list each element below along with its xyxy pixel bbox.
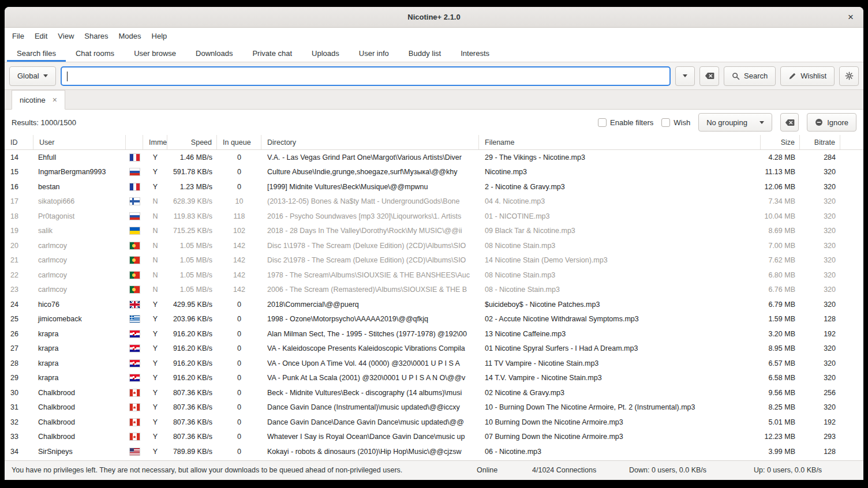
table-row[interactable]: 20 carlmcoy N 1.05 MB/s 142 Disc 1\1978 … — [5, 238, 863, 253]
table-row[interactable]: 14 Ehfull Y 1.46 MB/s 0 V.A. - Las Vegas… — [5, 150, 863, 165]
cell-size: 8.95 MB — [761, 341, 800, 356]
column-header-in-queue[interactable]: In queue — [217, 135, 261, 149]
app-window: Nicotine+ 2.1.0 × File Edit View Shares … — [5, 7, 863, 480]
cell-country — [126, 194, 143, 209]
tab-chat-rooms[interactable]: Chat rooms — [66, 45, 124, 62]
enable-filters-checkbox[interactable] — [598, 118, 607, 127]
clear-search-button[interactable] — [699, 66, 719, 86]
tab-search-files[interactable]: Search files — [7, 45, 66, 62]
table-row[interactable]: 29 krapra Y 916.20 KB/s 0 VA - Punk At L… — [5, 371, 863, 386]
cell-filler — [840, 341, 863, 356]
table-row[interactable]: 19 salik N 715.25 KB/s 102 2018 - 28 Day… — [5, 224, 863, 239]
table-row[interactable]: 22 carlmcoy N 1.05 MB/s 142 1978 - The S… — [5, 268, 863, 283]
cell-id: 27 — [5, 341, 33, 356]
menu-file[interactable]: File — [7, 28, 29, 45]
search-input[interactable] — [66, 72, 665, 80]
table-row[interactable]: 15 IngmarBergman9993 Y 591.78 KB/s 0 Cul… — [5, 165, 863, 180]
cell-immediate: Y — [143, 444, 167, 459]
table-row[interactable]: 17 sikatopi666 N 628.39 KB/s 10 (2013-12… — [5, 194, 863, 209]
cell-in-queue: 118 — [217, 209, 261, 224]
table-row[interactable]: 21 carlmcoy N 1.05 MB/s 142 Disc 2\1978 … — [5, 253, 863, 268]
menu-edit[interactable]: Edit — [29, 28, 53, 45]
column-header-bitrate[interactable]: Bitrate — [800, 135, 840, 149]
enable-filters-option[interactable]: Enable filters — [598, 118, 653, 127]
upload-status: Up: 0 users, 0.0 KB/s — [754, 461, 822, 480]
result-tab-nicotine[interactable]: nicotine × — [12, 90, 65, 110]
cell-filename: 10 - Burning Down The Nicotine Armoire, … — [479, 400, 761, 415]
wish-option[interactable]: Wish — [661, 118, 690, 127]
cell-in-queue: 0 — [217, 385, 261, 400]
pencil-icon — [788, 72, 796, 80]
cell-user: krapra — [33, 371, 126, 386]
grouping-combo[interactable]: No grouping — [698, 113, 772, 132]
tab-interests[interactable]: Interests — [451, 45, 499, 62]
column-header-country[interactable] — [126, 135, 143, 149]
cell-speed: 1.05 MB/s — [167, 283, 217, 298]
column-header-user[interactable]: User — [33, 135, 126, 149]
ignore-button[interactable]: Ignore — [807, 113, 856, 132]
close-icon[interactable]: × — [53, 95, 57, 104]
cell-size: 9.56 MB — [761, 385, 800, 400]
search-icon — [732, 72, 740, 80]
cell-filename: 02 - Accute Nicotine Withdrawal Symptoms… — [479, 312, 761, 327]
table-row[interactable]: 26 krapra Y 916.20 KB/s 0 Alan Milman Se… — [5, 326, 863, 341]
table-row[interactable]: 32 Chalkbrood Y 807.36 KB/s 0 Dance Gavi… — [5, 415, 863, 430]
cell-filename: 02 Nicotine & Gravy.mp3 — [479, 385, 761, 400]
country-flag-icon — [130, 154, 140, 161]
table-row[interactable]: 18 Pr0tagonist N 119.83 KB/s 118 2016 - … — [5, 209, 863, 224]
column-header-filename[interactable]: Filename — [479, 135, 761, 149]
table-row[interactable]: 28 krapra Y 916.20 KB/s 0 VA - Once Upon… — [5, 356, 863, 371]
cell-filler — [840, 326, 863, 341]
tab-user-browse[interactable]: User browse — [124, 45, 186, 62]
titlebar[interactable]: Nicotine+ 2.1.0 × — [5, 7, 863, 28]
cell-filler — [840, 430, 863, 445]
cell-directory: Whatever I Say is Royal Ocean\Dance Gavi… — [261, 430, 479, 445]
tab-user-info[interactable]: User info — [349, 45, 399, 62]
table-row[interactable]: 24 hico76 Y 429.95 KB/s 0 2018\Commercia… — [5, 297, 863, 312]
tab-private-chat[interactable]: Private chat — [242, 45, 302, 62]
wish-checkbox[interactable] — [661, 118, 670, 127]
menubar: File Edit View Shares Modes Help — [5, 28, 863, 45]
settings-button[interactable] — [839, 66, 859, 86]
column-header-id[interactable]: ID — [5, 135, 33, 149]
tab-downloads[interactable]: Downloads — [186, 45, 242, 62]
menu-shares[interactable]: Shares — [79, 28, 113, 45]
menu-modes[interactable]: Modes — [114, 28, 147, 45]
menu-view[interactable]: View — [53, 28, 79, 45]
cell-user: salik — [33, 224, 126, 239]
search-scope-combo[interactable]: Global — [9, 66, 56, 86]
table-row[interactable]: 33 Chalkbrood Y 807.36 KB/s 0 Whatever I… — [5, 430, 863, 445]
table-row[interactable]: 16 bestan Y 1.23 MB/s 0 [1999] Midnite V… — [5, 179, 863, 194]
table-row[interactable]: 25 jimicomeback Y 203.96 KB/s 0 1998 - O… — [5, 312, 863, 327]
cell-country — [126, 385, 143, 400]
table-row[interactable]: 34 SirSnipeys Y 789.89 KB/s 0 Kokayi - r… — [5, 444, 863, 459]
results-count: Results: 1000/1500 — [12, 118, 590, 127]
search-button[interactable]: Search — [724, 66, 776, 86]
table-row[interactable]: 27 krapra Y 916.20 KB/s 0 VA - Kaleidosc… — [5, 341, 863, 356]
menu-help[interactable]: Help — [147, 28, 173, 45]
cell-size: 3.99 MB — [761, 444, 800, 459]
search-history-dropdown-button[interactable] — [675, 66, 695, 86]
window-close-icon[interactable]: × — [844, 10, 858, 24]
table-row[interactable]: 30 Chalkbrood Y 807.36 KB/s 0 Beck - Mid… — [5, 385, 863, 400]
cell-user: hico76 — [33, 297, 126, 312]
column-header-directory[interactable]: Directory — [261, 135, 479, 149]
cell-immediate: N — [143, 253, 167, 268]
column-header-speed[interactable]: Speed — [167, 135, 217, 149]
cell-id: 24 — [5, 297, 33, 312]
cell-in-queue: 0 — [217, 430, 261, 445]
cell-user: carlmcoy — [33, 283, 126, 298]
cell-user: Pr0tagonist — [33, 209, 126, 224]
tab-uploads[interactable]: Uploads — [302, 45, 349, 62]
table-row[interactable]: 23 carlmcoy N 1.05 MB/s 142 2006 - The S… — [5, 283, 863, 298]
column-header-size[interactable]: Size — [761, 135, 800, 149]
table-row[interactable]: 31 Chalkbrood Y 807.36 KB/s 0 Dance Gavi… — [5, 400, 863, 415]
column-header-immediate[interactable]: Imme — [143, 135, 167, 149]
clear-results-button[interactable] — [780, 113, 799, 132]
tab-buddy-list[interactable]: Buddy list — [399, 45, 451, 62]
wishlist-button[interactable]: Wishlist — [780, 66, 835, 86]
cell-speed: 119.83 KB/s — [167, 209, 217, 224]
cell-filler — [840, 371, 863, 386]
cell-filler — [840, 224, 863, 239]
online-status[interactable]: Online — [477, 461, 497, 480]
